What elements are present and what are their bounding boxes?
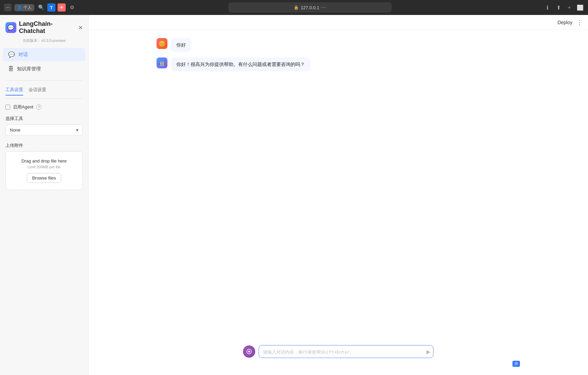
sidebar-close-button[interactable]: ✕ — [78, 24, 83, 31]
svg-rect-3 — [248, 351, 250, 352]
settings-tab-divider — [5, 98, 83, 99]
tab-tool-settings[interactable]: 工具设置 — [5, 85, 23, 96]
info-icon-chrome[interactable]: ℹ — [544, 4, 551, 11]
main-area: Deploy ⋮ 😊 你好 🤖 你好！很高兴为你提供帮助。有什么问题或者需要咨询… — [88, 15, 588, 375]
bot-message-bubble: 你好！很高兴为你提供帮助。有什么问题或者需要咨询的吗？ — [171, 57, 310, 71]
logo-icon: 💬 — [5, 22, 16, 33]
logo-area: 💬 LangChain-Chatchat — [5, 20, 78, 35]
profile-button[interactable]: 👤 个人 — [14, 4, 34, 11]
chat-input-area: ▶ 拼 — [88, 340, 588, 375]
upload-dropzone[interactable]: Drag and drop file here Limit 200MB per … — [5, 151, 83, 190]
chat-messages: 😊 你好 🤖 你好！很高兴为你提供帮助。有什么问题或者需要咨询的吗？ — [88, 30, 588, 340]
nav-item-chat[interactable]: 💬 对话 — [3, 48, 85, 61]
more-menu-button[interactable]: ⋮ — [576, 19, 583, 26]
sidebar-toggle-icon[interactable]: ⬜ — [576, 4, 584, 11]
chat-input-row: ▶ — [243, 345, 434, 358]
dropzone-title: Drag and drop file here — [11, 158, 77, 164]
bot-avatar: 🤖 — [157, 57, 167, 68]
address-text: 127.0.0.1 — [301, 5, 319, 10]
chat-input[interactable] — [263, 345, 421, 358]
ext-icon-3[interactable]: ⚙ — [68, 3, 76, 12]
ext-icon-1[interactable]: T — [47, 3, 55, 12]
attachment-button[interactable] — [243, 345, 255, 358]
window-control[interactable] — [4, 4, 12, 11]
tool-select[interactable]: None — [5, 124, 83, 136]
agent-info-icon[interactable]: ? — [36, 104, 42, 110]
message-row-bot: 🤖 你好！很高兴为你提供帮助。有什么问题或者需要咨询的吗？ — [157, 57, 520, 71]
chat-nav-label: 对话 — [18, 52, 28, 58]
add-tab-icon[interactable]: ＋ — [566, 4, 573, 11]
settings-section: 启用Agent ? 选择工具 None ▼ 上传附件 Drag and drop… — [0, 104, 88, 190]
browser-extension-icons: 🔍 T 👁 ⚙ — [37, 3, 76, 12]
nav-item-knowledge[interactable]: 🗄 知识库管理 — [3, 63, 85, 75]
profile-icon: 👤 — [17, 5, 22, 10]
app-container: 💬 LangChain-Chatchat ✕ 当前版本：v0.3.0-previ… — [0, 15, 588, 375]
search-icon-chrome[interactable]: 🔍 — [37, 3, 45, 12]
sidebar: 💬 LangChain-Chatchat ✕ 当前版本：v0.3.0-previ… — [0, 15, 88, 375]
knowledge-nav-icon: 🗄 — [8, 66, 14, 72]
enable-agent-label: 启用Agent — [13, 104, 33, 110]
main-header: Deploy ⋮ — [88, 15, 588, 30]
sidebar-header: 💬 LangChain-Chatchat ✕ — [0, 15, 88, 37]
more-address-icon: ⋯ — [321, 5, 326, 10]
chat-input-wrapper: ▶ — [259, 345, 434, 358]
user-message-bubble: 你好 — [171, 38, 191, 52]
deploy-button[interactable]: Deploy — [557, 20, 572, 25]
chat-nav-icon: 💬 — [8, 51, 15, 58]
share-icon-chrome[interactable]: ⬆ — [555, 4, 562, 11]
dropzone-subtitle: Limit 200MB per file — [11, 165, 77, 169]
ext-icon-2[interactable]: 👁 — [58, 3, 66, 12]
enable-agent-checkbox[interactable] — [5, 105, 10, 109]
version-text: 当前版本：v0.3.0-preview — [0, 37, 88, 47]
settings-tabs: 工具设置 会话设置 — [0, 85, 88, 96]
svg-rect-0 — [6, 7, 10, 8]
sidebar-divider-1 — [5, 80, 83, 81]
tab-session-settings[interactable]: 会话设置 — [29, 85, 46, 96]
upload-section-label: 上传附件 — [5, 142, 83, 149]
browser-chrome: 👤 个人 🔍 T 👁 ⚙ 🔒 127.0.0.1 ⋯ ℹ ⬆ ＋ ⬜ — [0, 0, 588, 15]
logo-text: LangChain-Chatchat — [19, 20, 78, 35]
send-button[interactable]: ▶ — [426, 348, 430, 355]
lock-icon: 🔒 — [294, 5, 299, 10]
knowledge-nav-label: 知识库管理 — [17, 66, 41, 72]
browser-left-controls: 👤 个人 🔍 T 👁 ⚙ — [4, 3, 76, 12]
address-bar-inner[interactable]: 🔒 127.0.0.1 ⋯ — [228, 2, 392, 13]
address-bar[interactable]: 🔒 127.0.0.1 ⋯ — [79, 2, 541, 13]
user-avatar: 😊 — [157, 38, 167, 49]
input-mode-badge: 拼 — [512, 361, 520, 367]
browser-right-controls: ℹ ⬆ ＋ ⬜ — [544, 4, 584, 11]
select-tool-label: 选择工具 — [5, 116, 83, 122]
browse-files-button[interactable]: Browse files — [27, 173, 61, 183]
enable-agent-row: 启用Agent ? — [5, 104, 83, 110]
profile-label: 个人 — [23, 5, 32, 11]
tool-select-wrapper: None ▼ — [5, 124, 83, 136]
message-row-user: 😊 你好 — [157, 38, 520, 52]
